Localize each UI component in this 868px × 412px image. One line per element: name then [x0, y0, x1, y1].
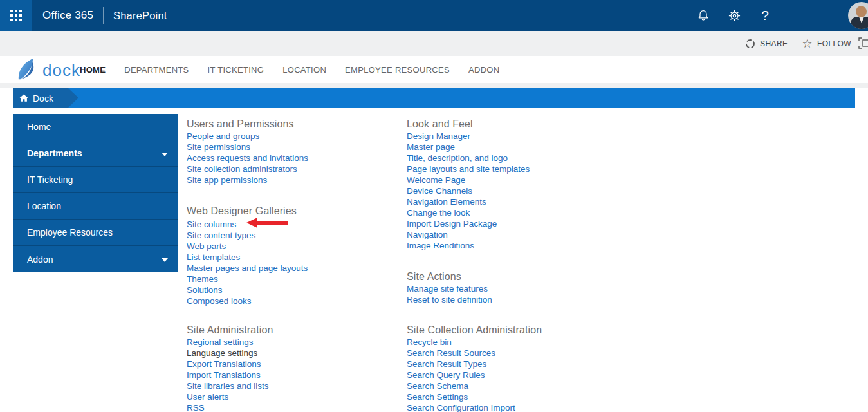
breadcrumb-dock[interactable]: Dock	[13, 88, 68, 108]
section-look-and-feel: Look and FeelDesign ManagerMaster pageTi…	[407, 118, 625, 251]
chevron-down-icon	[162, 258, 168, 262]
settings-link-title-description-and-logo[interactable]: Title, description, and logo	[407, 153, 625, 164]
settings-link-manage-site-features[interactable]: Manage site features	[407, 283, 625, 294]
chevron-down-icon	[162, 153, 168, 156]
dock-logo-text: dock	[42, 61, 80, 80]
sidebar-item-location[interactable]: Location	[13, 193, 178, 220]
sidebar-item-addon[interactable]: Addon	[13, 246, 178, 272]
section-site-administration: Site AdministrationRegional settingsLang…	[187, 324, 405, 412]
settings-link-search-result-sources[interactable]: Search Result Sources	[407, 348, 625, 359]
sidebar-item-label: Home	[27, 122, 51, 132]
settings-link-search-result-types[interactable]: Search Result Types	[407, 359, 625, 370]
settings-link-master-pages-and-page-layouts[interactable]: Master pages and page layouts	[187, 263, 405, 274]
avatar-suit	[851, 17, 868, 29]
settings-link-search-configuration-import[interactable]: Search Configuration Import	[407, 402, 625, 412]
settings-link-reset-to-site-definition[interactable]: Reset to site definition	[407, 294, 625, 305]
office-365-link[interactable]: Office 365	[42, 0, 93, 31]
settings-link-search-settings[interactable]: Search Settings	[407, 391, 625, 402]
settings-link-master-page[interactable]: Master page	[407, 142, 625, 153]
settings-column-left: Users and PermissionsPeople and groupsSi…	[187, 0, 405, 412]
follow-label: FOLLOW	[817, 39, 851, 48]
breadcrumb-label: Dock	[33, 93, 53, 104]
app-launcher-button[interactable]	[0, 0, 32, 31]
sidebar-item-label: Location	[27, 201, 61, 211]
settings-link-access-requests-and-invitations[interactable]: Access requests and invitations	[187, 153, 405, 164]
bell-icon	[697, 9, 710, 22]
settings-link-themes[interactable]: Themes	[187, 274, 405, 285]
focus-on-content-button[interactable]	[858, 37, 868, 49]
section-site-actions: Site ActionsManage site featuresReset to…	[407, 270, 625, 305]
suite-bar-divider	[103, 7, 104, 24]
sidebar-item-label: Departments	[27, 148, 82, 158]
settings-link-rss[interactable]: RSS	[187, 402, 405, 412]
settings-link-list-templates[interactable]: List templates	[187, 252, 405, 263]
sidebar-item-departments[interactable]: Departments	[13, 140, 178, 167]
dock-logo[interactable]: dock	[13, 57, 80, 82]
home-icon	[19, 94, 28, 102]
share-button[interactable]: SHARE	[745, 39, 788, 49]
settings-link-navigation[interactable]: Navigation	[407, 229, 625, 240]
dock-logo-swoosh-icon	[13, 57, 39, 82]
help-button[interactable]: ?	[750, 0, 780, 31]
settings-link-recycle-bin[interactable]: Recycle bin	[407, 337, 625, 348]
follow-button[interactable]: ☆ FOLLOW	[802, 38, 851, 50]
sidebar-item-employee-resources[interactable]: Employee Resources	[13, 220, 178, 246]
settings-link-page-layouts-and-site-templates[interactable]: Page layouts and site templates	[407, 164, 625, 174]
settings-link-site-libraries-and-lists[interactable]: Site libraries and lists	[187, 380, 405, 391]
nav-departments[interactable]: DEPARTMENTS	[124, 65, 189, 75]
settings-link-image-renditions[interactable]: Image Renditions	[407, 240, 625, 251]
sidebar-item-label: Employee Resources	[27, 227, 113, 238]
settings-link-import-translations[interactable]: Import Translations	[187, 370, 405, 380]
settings-link-site-collection-administrators[interactable]: Site collection administrators	[187, 164, 405, 174]
settings-link-import-design-package[interactable]: Import Design Package	[407, 218, 625, 229]
avatar-face	[856, 6, 867, 17]
settings-link-search-query-rules[interactable]: Search Query Rules	[407, 370, 625, 380]
section-web-designer-galleries: Web Designer GalleriesSite columnsSite c…	[187, 205, 405, 306]
red-arrow-annotation	[246, 218, 288, 228]
sidebar-nav: HomeDepartmentsIT TicketingLocationEmplo…	[13, 114, 178, 272]
focus-content-icon	[858, 37, 868, 49]
waffle-grid-icon	[10, 10, 22, 21]
section-title: Users and Permissions	[187, 118, 405, 131]
settings-link-design-manager[interactable]: Design Manager	[407, 131, 625, 142]
section-title: Site Administration	[187, 324, 405, 337]
sidebar-item-label: IT Ticketing	[27, 174, 73, 185]
star-icon: ☆	[802, 38, 813, 50]
settings-link-regional-settings[interactable]: Regional settings	[187, 337, 405, 348]
settings-link-site-columns[interactable]: Site columns	[187, 218, 405, 230]
settings-link-welcome-page[interactable]: Welcome Page	[407, 174, 625, 185]
settings-link-site-app-permissions[interactable]: Site app permissions	[187, 174, 405, 185]
settings-link-web-parts[interactable]: Web parts	[187, 241, 405, 252]
user-avatar[interactable]	[848, 2, 868, 29]
settings-link-language-settings[interactable]: Language settings	[187, 348, 405, 359]
share-icon	[745, 39, 755, 49]
settings-link-user-alerts[interactable]: User alerts	[187, 391, 405, 402]
nav-home[interactable]: HOME	[80, 65, 106, 75]
settings-link-site-content-types[interactable]: Site content types	[187, 230, 405, 241]
question-mark-icon: ?	[761, 8, 769, 23]
sidebar-item-it-ticketing[interactable]: IT Ticketing	[13, 167, 178, 193]
settings-link-people-and-groups[interactable]: People and groups	[187, 131, 405, 142]
sharepoint-link[interactable]: SharePoint	[113, 0, 167, 31]
settings-link-change-the-look[interactable]: Change the look	[407, 207, 625, 218]
settings-link-site-permissions[interactable]: Site permissions	[187, 142, 405, 153]
gear-icon	[728, 9, 741, 23]
settings-column-right: Look and FeelDesign ManagerMaster pageTi…	[407, 0, 625, 412]
sidebar-item-label: Addon	[27, 254, 53, 265]
settings-link-search-schema[interactable]: Search Schema	[407, 380, 625, 391]
section-site-collection-administration: Site Collection AdministrationRecycle bi…	[407, 324, 625, 412]
section-title: Web Designer Galleries	[187, 205, 405, 218]
settings-link-composed-looks[interactable]: Composed looks	[187, 295, 405, 306]
section-users-and-permissions: Users and PermissionsPeople and groupsSi…	[187, 118, 405, 185]
settings-link-solutions[interactable]: Solutions	[187, 285, 405, 295]
settings-link-device-channels[interactable]: Device Channels	[407, 185, 625, 196]
section-title: Site Collection Administration	[407, 324, 625, 337]
settings-button[interactable]	[719, 0, 750, 31]
section-title: Look and Feel	[407, 118, 625, 131]
section-title: Site Actions	[407, 270, 625, 283]
settings-link-export-translations[interactable]: Export Translations	[187, 359, 405, 370]
notifications-button[interactable]	[688, 0, 719, 31]
settings-link-navigation-elements[interactable]: Navigation Elements	[407, 196, 625, 207]
share-label: SHARE	[760, 39, 788, 48]
sidebar-item-home[interactable]: Home	[13, 114, 178, 140]
